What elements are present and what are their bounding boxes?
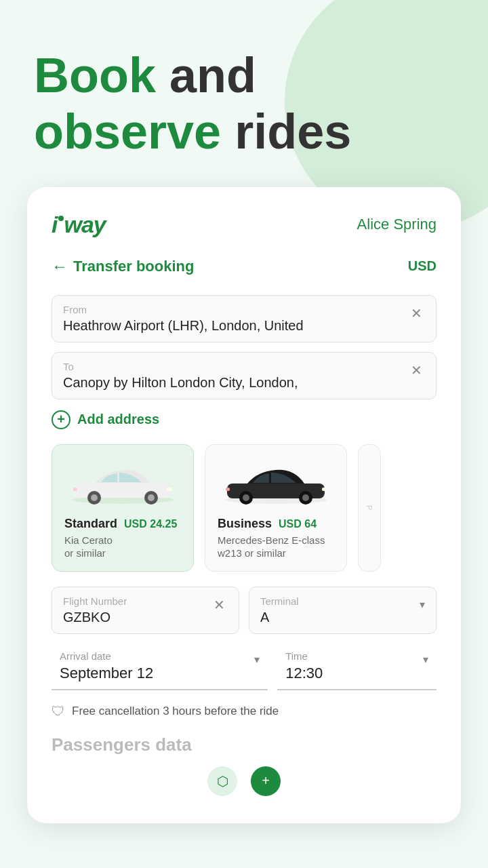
- to-field-group: To Canopy by Hilton London City, London,…: [52, 352, 436, 399]
- car-model-business: Mercedes-Benz E-class w213 or similar: [218, 534, 334, 560]
- svg-point-13: [302, 494, 309, 501]
- cancellation-text: Free cancellation 3 hours before the rid…: [72, 705, 279, 718]
- user-name[interactable]: Alice Spring: [357, 216, 436, 233]
- bottom-dot-2[interactable]: +: [251, 766, 281, 796]
- svg-rect-7: [73, 488, 77, 491]
- booking-card: i way Alice Spring ← Transfer booking US…: [27, 187, 461, 823]
- time-dropdown-icon: ▾: [423, 650, 428, 666]
- date-dropdown-icon: ▾: [254, 650, 260, 666]
- terminal-value: A: [260, 610, 420, 625]
- to-label: To: [63, 361, 408, 372]
- flight-clear-button[interactable]: ✕: [211, 595, 228, 614]
- terminal-inner: Terminal A: [260, 595, 420, 625]
- car-image-business: [218, 456, 334, 510]
- car-type-standard: Standard: [64, 517, 117, 531]
- nav-row: ← Transfer booking USD: [52, 257, 436, 276]
- car-info-business: Business USD 64: [218, 517, 334, 531]
- from-field-group: From Heathrow Airport (LHR), London, Uni…: [52, 295, 436, 342]
- logo-dot: [58, 216, 64, 221]
- flight-terminal-row: Flight Number GZBKO ✕ Terminal A ▾: [52, 587, 436, 634]
- arrival-date-field[interactable]: Arrival date September 12 ▾: [52, 644, 268, 690]
- car-model-standard: Kia Cerato or similar: [64, 534, 181, 560]
- date-time-row: Arrival date September 12 ▾ Time 12:30 ▾: [52, 644, 436, 690]
- terminal-dropdown-icon: ▾: [420, 595, 425, 611]
- logo-way: way: [64, 212, 105, 238]
- add-address-button[interactable]: + Add address: [52, 410, 436, 429]
- terminal-label: Terminal: [260, 595, 420, 607]
- time-field[interactable]: Time 12:30 ▾: [277, 644, 436, 690]
- from-clear-button[interactable]: ✕: [408, 304, 425, 323]
- car-type-business: Business: [218, 517, 272, 531]
- to-value: Canopy by Hilton London City, London,: [63, 375, 408, 391]
- time-label: Time: [285, 650, 323, 662]
- svg-point-11: [243, 494, 249, 501]
- terminal-field[interactable]: Terminal A ▾: [249, 587, 436, 634]
- back-label: Transfer booking: [73, 258, 194, 275]
- flight-field[interactable]: Flight Number GZBKO ✕: [52, 587, 239, 634]
- hero-title: Book and observe rides: [34, 47, 454, 160]
- hero-section: Book and observe rides: [0, 0, 488, 180]
- logo-text: i: [52, 212, 57, 238]
- hero-rides: rides: [221, 104, 351, 159]
- arrival-date-inner: Arrival date September 12: [60, 650, 153, 682]
- car-selection: Standard USD 24.25 Kia Cerato or similar: [52, 444, 436, 572]
- svg-rect-14: [322, 488, 326, 491]
- flight-label: Flight Number: [63, 595, 127, 607]
- svg-point-3: [91, 494, 98, 501]
- arrival-date-value: September 12: [60, 665, 153, 682]
- time-inner: Time 12:30: [285, 650, 323, 682]
- car-card-standard[interactable]: Standard USD 24.25 Kia Cerato or similar: [52, 444, 194, 572]
- hero-observe: observe: [34, 104, 221, 159]
- back-arrow-icon: ←: [52, 257, 68, 276]
- svg-rect-15: [226, 488, 230, 491]
- add-icon: +: [52, 410, 70, 429]
- car-image-standard: [64, 456, 181, 510]
- from-field-inner: From Heathrow Airport (LHR), London, Uni…: [63, 304, 408, 334]
- svg-point-5: [148, 494, 155, 501]
- car-price-standard: USD 24.25: [124, 518, 177, 530]
- passengers-section-label: Passengers data: [52, 734, 436, 755]
- car-info-standard: Standard USD 24.25: [64, 517, 181, 531]
- shield-icon: 🛡: [52, 704, 65, 719]
- from-field[interactable]: From Heathrow Airport (LHR), London, Uni…: [52, 295, 436, 342]
- from-label: From: [63, 304, 408, 315]
- bottom-dot-1: ⬡: [207, 766, 237, 796]
- car-card-business[interactable]: Business USD 64 Mercedes-Benz E-class w2…: [205, 444, 347, 572]
- to-clear-button[interactable]: ✕: [408, 361, 425, 380]
- car-card-partial: P: [358, 444, 381, 572]
- car-price-business: USD 64: [279, 518, 317, 530]
- to-field-inner: To Canopy by Hilton London City, London,: [63, 361, 408, 391]
- hero-book: Book: [34, 48, 156, 102]
- card-header: i way Alice Spring: [52, 212, 436, 238]
- flight-inner: Flight Number GZBKO: [63, 595, 127, 625]
- back-button[interactable]: ← Transfer booking: [52, 257, 194, 276]
- currency-button[interactable]: USD: [408, 258, 436, 274]
- logo: i way: [52, 212, 106, 238]
- hero-and: and: [156, 48, 256, 102]
- time-value: 12:30: [285, 665, 323, 682]
- add-address-label: Add address: [77, 412, 159, 427]
- bottom-actions: ⬡ +: [52, 755, 436, 803]
- flight-value: GZBKO: [63, 610, 127, 625]
- cancellation-notice: 🛡 Free cancellation 3 hours before the r…: [52, 704, 436, 719]
- svg-rect-6: [167, 488, 172, 491]
- arrival-date-label: Arrival date: [60, 650, 153, 662]
- from-value: Heathrow Airport (LHR), London, United: [63, 318, 408, 334]
- to-field[interactable]: To Canopy by Hilton London City, London,…: [52, 352, 436, 399]
